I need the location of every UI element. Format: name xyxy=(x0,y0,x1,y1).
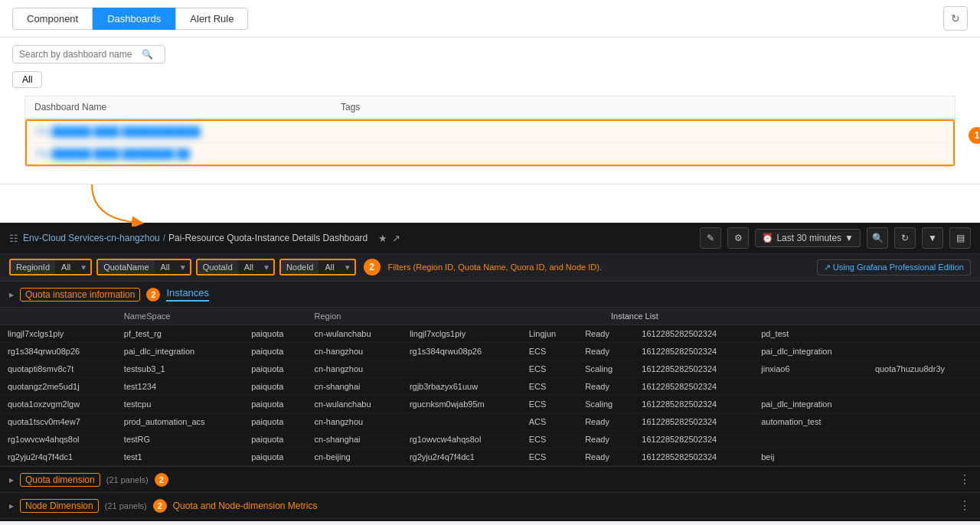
table-cell-6: Scaling xyxy=(577,360,634,378)
table-row[interactable]: rg1owvcw4ahqs8oltestRGpaiquotacn-shangha… xyxy=(0,431,980,448)
dashboard-panel: 🔍 All Dashboard Name Tags Pai ██████ ███… xyxy=(0,38,980,184)
table-cell-7: 1612285282502324 xyxy=(634,343,753,360)
table-cell-3: cn-shanghai xyxy=(307,378,402,396)
search-input[interactable] xyxy=(19,49,142,60)
table-cell-8 xyxy=(753,378,867,396)
chevron-quotaname-icon: ▼ xyxy=(176,261,190,274)
table-cell-5: ECS xyxy=(521,431,577,448)
table-cell-3: cn-beijing xyxy=(307,448,402,466)
table-cell-7: 1612285282502324 xyxy=(634,325,753,343)
grafana-pro-btn[interactable]: ↗ Using Grafana Professional Edition xyxy=(817,259,971,276)
filter-note: Filters (Region ID, Quota Name, Quora ID… xyxy=(388,262,602,272)
tab-component[interactable]: Component xyxy=(12,8,93,30)
table-cell-1: testcpu xyxy=(116,396,243,413)
table-cell-6: Ready xyxy=(577,325,634,343)
grafana-topbar: ☷ Env-Cloud Services-cn-hangzhou / Pai-R… xyxy=(0,223,980,254)
star-icon[interactable]: ★ xyxy=(378,233,387,244)
table-row[interactable]: rg1s384qrwu08p26pai_dlc_integrationpaiqu… xyxy=(0,343,980,360)
step-badge-2-section: 2 xyxy=(146,288,160,302)
table-cell-2: paiquota xyxy=(243,360,306,378)
table-cell-3: cn-hangzhou xyxy=(307,360,402,378)
dashboard-row-name-2: Pai ██████ ████ ████████ ██ xyxy=(36,148,342,159)
chart-icon-btn[interactable]: ✎ xyxy=(700,227,721,249)
table-row[interactable]: quota1tscv0m4ew7prod_automation_acspaiqu… xyxy=(0,413,980,431)
table-cell-4: rg2yju2r4q7f4dc1 xyxy=(402,448,521,466)
time-picker-btn[interactable]: ⏰ Last 30 minutes ▼ xyxy=(755,229,861,247)
table-cell-7: 1612285282502324 xyxy=(634,396,753,413)
settings-icon-btn[interactable]: ⚙ xyxy=(727,227,749,249)
share-icon[interactable]: ↗ xyxy=(392,233,400,244)
quota-dimension-dots[interactable]: ⋮ xyxy=(959,472,971,487)
collapse-icon[interactable]: ▸ xyxy=(9,289,14,300)
quota-collapse-icon[interactable]: ▸ xyxy=(9,474,14,485)
zoom-out-btn[interactable]: 🔍 xyxy=(867,227,888,249)
refresh-view-btn[interactable]: ↻ xyxy=(894,227,916,249)
table-header-row: Dashboard Name Tags xyxy=(24,96,956,119)
grafana-view: ☷ Env-Cloud Services-cn-hangzhou / Pai-R… xyxy=(0,223,980,521)
filter-tag-nodeid[interactable]: NodeId All ▼ xyxy=(279,259,356,276)
table-cell-9 xyxy=(867,448,980,466)
node-dimension-row: ▸ Node Dimension (21 panels) 2 Quota and… xyxy=(0,493,980,519)
breadcrumb-env[interactable]: Env-Cloud Services-cn-hangzhou xyxy=(23,233,160,243)
quota-dimension-left: ▸ Quota dimension (21 panels) 2 xyxy=(9,473,168,487)
table-cell-4: rg1owvcw4ahqs8ol xyxy=(402,431,521,448)
table-cell-9 xyxy=(867,396,980,413)
table-cell-4: rg1s384qrwu08p26 xyxy=(402,343,521,360)
breadcrumb-sep: / xyxy=(163,233,165,243)
grafana-pro-label: Using Grafana Professional Edition xyxy=(833,262,964,272)
filter-tag-regionid[interactable]: RegionId All ▼ xyxy=(9,259,92,276)
filter-quotaname-label: QuotaName xyxy=(98,260,154,274)
dashboard-list-area: Dashboard Name Tags Pai ██████ ████ ████… xyxy=(12,96,968,176)
instances-tab[interactable]: Instances xyxy=(166,287,209,302)
table-cell-2: paiquota xyxy=(243,448,306,466)
table-cell-8: pai_dlc_integration xyxy=(753,396,867,413)
table-cell-2: paiquota xyxy=(243,378,306,396)
breadcrumb-dashboard[interactable]: Pai-Resource Quota-Instance Details Dash… xyxy=(168,233,368,243)
table-row[interactable]: Pai ██████ ████ ████████ ██ xyxy=(27,143,953,165)
instance-table: NameSpace Region Instance List lingjl7xc… xyxy=(0,308,980,466)
node-collapse-icon[interactable]: ▸ xyxy=(9,501,14,511)
node-dimension-dots[interactable]: ⋮ xyxy=(959,498,971,513)
filter-regionid-value: All xyxy=(57,260,75,274)
clock-icon: ⏰ xyxy=(762,233,773,243)
search-box[interactable]: 🔍 xyxy=(12,45,165,64)
filter-tag-quotaname[interactable]: QuotaName All ▼ xyxy=(96,259,191,276)
table-cell-4 xyxy=(402,360,521,378)
filter-tag-quotaid[interactable]: QuotaId All ▼ xyxy=(196,259,275,276)
node-metrics-text: Quota and Node-dimension Metrics xyxy=(173,501,318,511)
table-cell-5: ECS xyxy=(521,343,577,360)
table-cell-5: ECS xyxy=(521,378,577,396)
table-row[interactable]: quotangz2me5ud1jtest1234paiquotacn-shang… xyxy=(0,378,980,396)
bottom-sections: ▸ Quota dimension (21 panels) 2 ⋮ ▸ Node… xyxy=(0,466,980,519)
table-cell-2: paiquota xyxy=(243,325,306,343)
step-badge-2-filters: 2 xyxy=(364,259,381,276)
table-cell-5: ECS xyxy=(521,360,577,378)
highlighted-dashboard-rows: Pai ██████ ████ ████████████ Pai ██████ … xyxy=(25,119,955,166)
tab-alert-rule[interactable]: Alert Rule xyxy=(175,8,248,30)
chevron-nodeid-icon: ▼ xyxy=(341,261,354,274)
filter-all-button[interactable]: All xyxy=(12,71,42,88)
table-cell-7: 1612285282502324 xyxy=(634,413,753,431)
table-row[interactable]: quota1oxzvgm2lgwtestcpupaiquotacn-wulanc… xyxy=(0,396,980,413)
top-navigation: Component Dashboards Alert Rule ↻ xyxy=(0,0,980,38)
step-badge-2-quota-dim: 2 xyxy=(155,473,168,487)
table-row[interactable]: rg2yju2r4q7f4dc1test1paiquotacn-beijingr… xyxy=(0,448,980,466)
external-link-icon: ↗ xyxy=(824,262,831,272)
col-header-region: Region xyxy=(307,308,402,325)
table-row[interactable]: Pai ██████ ████ ████████████ xyxy=(27,121,953,143)
table-cell-4: rgucnksm0wjab95m xyxy=(402,396,521,413)
filter-quotaid-value: All xyxy=(240,260,258,274)
table-row[interactable]: lingjl7xclgs1piypf_test_rgpaiquotacn-wul… xyxy=(0,325,980,343)
export-btn[interactable]: ▤ xyxy=(949,227,971,249)
table-cell-5: Lingjun xyxy=(521,325,577,343)
chevron-down-icon: ▼ xyxy=(844,233,854,243)
table-row[interactable]: quotapti8smv8c7ttestsub3_1paiquotacn-han… xyxy=(0,360,980,378)
chevron-down-btn[interactable]: ▼ xyxy=(922,227,943,249)
quota-dimension-row: ▸ Quota dimension (21 panels) 2 ⋮ xyxy=(0,467,980,493)
table-cell-5: ECS xyxy=(521,396,577,413)
table-cell-6: Ready xyxy=(577,378,634,396)
refresh-button[interactable]: ↻ xyxy=(943,6,968,31)
tab-dashboards[interactable]: Dashboards xyxy=(93,8,175,30)
table-cell-6: Ready xyxy=(577,431,634,448)
table-cell-0: quotapti8smv8c7t xyxy=(0,360,116,378)
